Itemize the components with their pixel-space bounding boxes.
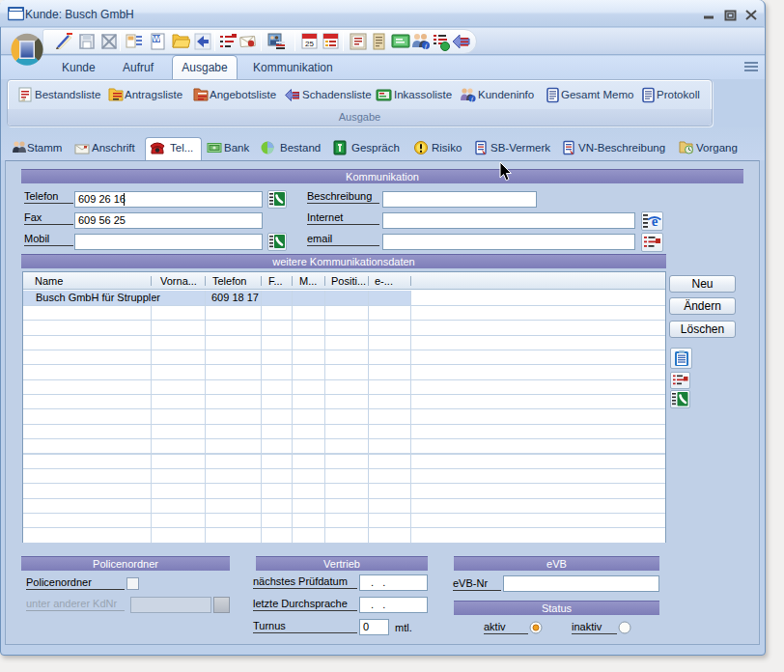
svg-text:25: 25 xyxy=(305,40,314,48)
svg-text:e: e xyxy=(652,213,658,229)
svg-text:W: W xyxy=(153,34,161,43)
